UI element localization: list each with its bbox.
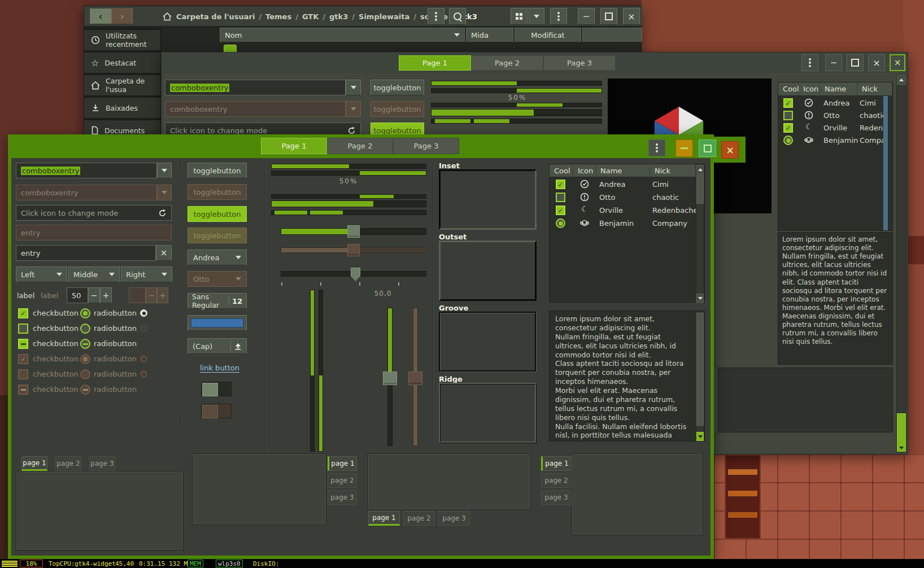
notebook1-tab-page2[interactable]: page 2 (55, 456, 81, 471)
notebook1-tab-page3[interactable]: page 3 (89, 456, 115, 471)
cell-nick[interactable]: Cimi (860, 99, 876, 107)
close-button-focused[interactable]: × (890, 54, 905, 71)
close-button[interactable]: × (868, 54, 885, 71)
row-checkbox-checked[interactable]: ✓ (783, 123, 793, 133)
text-scrollbar[interactable] (696, 311, 704, 441)
column-header-cool[interactable]: Cool (550, 164, 573, 177)
notebook3-tab-page1[interactable]: page 1 (368, 511, 400, 526)
minimize-button[interactable]: − (578, 8, 595, 25)
menu-button[interactable] (428, 8, 444, 25)
maximize-button[interactable] (847, 54, 864, 71)
notebook3-tab-page3[interactable]: page 3 (438, 511, 470, 526)
mini-radio[interactable] (140, 309, 147, 317)
spin-increment-button[interactable]: + (100, 287, 112, 303)
cell-name[interactable]: Orville (599, 206, 623, 215)
radio-selected[interactable] (80, 308, 90, 318)
mini-radio-faded[interactable] (140, 325, 147, 332)
cell-name[interactable]: Otto (823, 111, 839, 120)
checkbox-label[interactable]: checkbutton (33, 339, 79, 348)
combobox-dropdown-button[interactable] (157, 163, 172, 178)
column-header-nom[interactable]: Nom (220, 28, 465, 42)
spin-decrement-button[interactable]: − (88, 287, 100, 303)
breadcrumb-segment[interactable]: Simplewaita (359, 12, 409, 21)
cell-nick[interactable]: Cimi (652, 180, 669, 189)
vertical-scrollbar[interactable] (896, 74, 906, 452)
checkbox-indeterminate[interactable] (18, 339, 28, 349)
scrollbar-thumb[interactable] (696, 174, 704, 204)
column-header-icon[interactable]: Icon (799, 82, 820, 96)
togglebutton[interactable]: togglebutton (188, 163, 247, 178)
column-header-modificat[interactable]: Modificat (515, 28, 581, 42)
row-checkbox-checked[interactable]: ✓ (783, 98, 793, 108)
sidebar-item-home[interactable]: Carpeta de l'usua (84, 75, 160, 95)
column-header-mida[interactable]: Mida (466, 28, 513, 42)
cell-nick[interactable]: Redenbacher (652, 206, 701, 215)
togglebutton-active[interactable]: togglebutton (188, 206, 247, 222)
combobox-middle[interactable]: Middle (68, 266, 120, 282)
tab-page3[interactable]: Page 3 (543, 55, 616, 71)
menu-button[interactable] (648, 139, 665, 156)
color-button[interactable] (188, 315, 247, 331)
scroll-down-button-active[interactable] (696, 432, 704, 441)
search-button[interactable] (449, 8, 466, 25)
scrollbar-thumb[interactable] (897, 413, 906, 452)
minimize-button[interactable]: − (825, 54, 842, 71)
maximize-button[interactable] (699, 139, 716, 157)
checkbox-label[interactable]: checkbutton (33, 309, 79, 317)
column-header-nick[interactable]: Nick (857, 82, 892, 96)
radio-label[interactable]: radiobutton (94, 339, 137, 348)
comboboxentry-input[interactable]: comboboxentry (165, 80, 346, 95)
refresh-icon[interactable] (347, 126, 356, 135)
combobox-right[interactable]: Right (121, 266, 172, 282)
column-header-name[interactable]: Name (820, 82, 857, 96)
cell-nick[interactable]: chaotic (860, 111, 886, 120)
hamburger-menu-button[interactable] (550, 8, 567, 25)
notebook1-tab-page1[interactable]: page 1 (21, 456, 47, 471)
row-checkbox-checked[interactable]: ✓ (556, 206, 565, 215)
radio-unselected[interactable] (80, 324, 90, 334)
checkbox-checked[interactable]: ✓ (18, 308, 28, 318)
column-header-name[interactable]: Name (596, 164, 650, 177)
row-checkbox-unchecked[interactable] (556, 193, 565, 202)
sidebar-item-starred[interactable]: ☆ Destacat (84, 53, 160, 73)
radio-label[interactable]: radiobutton (94, 309, 137, 317)
list-scrollbar[interactable] (696, 164, 704, 302)
togglebutton[interactable]: togglebutton (371, 80, 424, 95)
link-button[interactable]: link button (200, 364, 239, 373)
spinbutton-value[interactable]: 50 (67, 287, 88, 303)
checkbox-label[interactable]: checkbutton (33, 324, 79, 333)
cell-nick[interactable]: chaotic (652, 193, 679, 202)
refresh-icon[interactable] (158, 209, 167, 217)
breadcrumb-segment[interactable]: GTK (302, 12, 319, 21)
font-button[interactable]: Sans Regular 12 (188, 293, 247, 309)
row-checkbox-checked[interactable]: ✓ (556, 180, 565, 189)
notebook3-tab-page2[interactable]: page 2 (403, 511, 435, 526)
scroll-down-button[interactable] (696, 294, 704, 303)
back-button[interactable]: ‹ (90, 8, 111, 24)
view-grid-button[interactable] (511, 8, 528, 25)
cell-name[interactable]: Otto (599, 193, 615, 202)
cell-name[interactable]: Benjamin (599, 219, 634, 228)
switch[interactable] (201, 382, 232, 396)
row-checkbox-unchecked[interactable] (783, 111, 793, 120)
entry[interactable]: entry (16, 245, 156, 261)
notebook2-tab-page1[interactable]: page 1 (328, 456, 357, 471)
tab-page1[interactable]: Page 1 (399, 55, 471, 71)
notebook2-tab-page2[interactable]: page 2 (328, 473, 357, 488)
clear-entry-button[interactable]: × (156, 245, 172, 261)
cell-name[interactable]: Andrea (599, 180, 625, 189)
menu-button[interactable] (801, 54, 818, 71)
breadcrumb[interactable]: Carpeta de l'usuari / Temes / GTK / gtk3… (176, 6, 425, 27)
view-options-button[interactable] (529, 8, 544, 25)
breadcrumb-segment[interactable]: Carpeta de l'usuari (176, 12, 255, 21)
column-header-nick[interactable]: Nick (650, 164, 696, 177)
cell-name[interactable]: Andrea (823, 99, 849, 107)
combobox-left[interactable]: Left (16, 266, 67, 282)
notebook4-tab-page1[interactable]: page 1 (541, 456, 572, 471)
icon-mode-entry[interactable]: Click icon to change mode (16, 205, 172, 221)
combobox-andrea[interactable]: Andrea (188, 250, 247, 265)
maximize-button[interactable] (600, 8, 617, 25)
cell-name[interactable]: Orville (823, 124, 847, 132)
row-radio-selected[interactable] (556, 219, 565, 228)
notebook4-tab-page2[interactable]: page 2 (541, 473, 572, 488)
